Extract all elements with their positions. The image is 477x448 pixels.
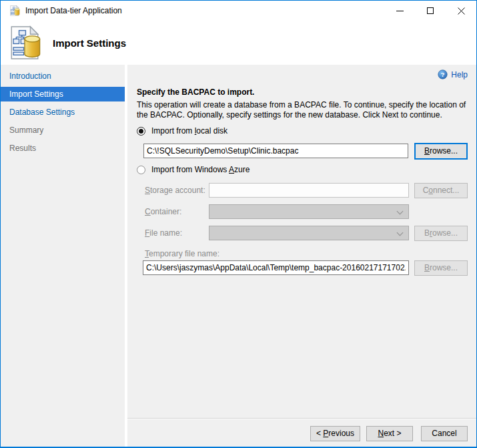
azure-radio[interactable] <box>137 166 145 174</box>
maximize-button[interactable] <box>415 1 446 21</box>
file-name-label: File name: <box>145 228 182 238</box>
storage-account-label: Storage account: <box>145 186 205 195</box>
local-disk-radio[interactable] <box>137 127 145 136</box>
import-settings-panel: ? Help Specify the BACPAC to import. Thi… <box>127 65 476 447</box>
window-controls <box>384 1 476 21</box>
help-link[interactable]: ? Help <box>438 69 468 79</box>
section-description: This operation will create a database fr… <box>137 100 476 120</box>
file-name-dropdown <box>209 226 409 240</box>
browse-local-button[interactable]: Browse... <box>414 143 468 160</box>
azure-radio-label: Import from Windows Azure <box>151 165 250 174</box>
sidebar-item-label: Import Settings <box>9 89 63 99</box>
sidebar-item-results: Results <box>1 141 125 156</box>
app-icon <box>9 5 20 16</box>
temp-file-name-label: Temporary file name: <box>145 249 219 258</box>
maximize-icon <box>427 7 434 14</box>
storage-account-input <box>209 183 409 198</box>
wizard-body: Introduction Import Settings Database Se… <box>1 65 476 447</box>
bacpac-path-input[interactable] <box>143 144 408 158</box>
section-heading: Specify the BACPAC to import. <box>137 87 254 97</box>
cancel-button[interactable]: Cancel <box>421 426 468 441</box>
dropdown-chevron-icon <box>397 208 404 215</box>
browse-file-button: Browse... <box>414 226 468 241</box>
close-icon <box>458 7 465 15</box>
svg-text:?: ? <box>441 71 445 78</box>
next-button[interactable]: Next > <box>366 426 413 441</box>
help-icon: ? <box>438 69 448 79</box>
close-button[interactable] <box>446 1 476 21</box>
import-data-tier-application-window: Import Data-tier Application <box>0 0 477 448</box>
sidebar-item-label: Summary <box>9 126 43 135</box>
browse-temp-button: Browse... <box>414 260 468 276</box>
minimize-icon <box>396 11 404 11</box>
wizard-steps-sidebar: Introduction Import Settings Database Se… <box>1 65 125 447</box>
container-dropdown <box>209 204 409 219</box>
minimize-button[interactable] <box>384 1 415 21</box>
connect-button: Connect... <box>414 183 468 198</box>
previous-button[interactable]: < Previous <box>310 426 360 441</box>
sidebar-item-summary: Summary <box>1 123 125 138</box>
sidebar-item-label: Introduction <box>9 71 51 81</box>
temp-file-name-input[interactable] <box>143 260 409 275</box>
azure-radio-row: Import from Windows Azure <box>137 165 250 174</box>
window-title: Import Data-tier Application <box>25 1 122 21</box>
container-label: Container: <box>145 207 181 216</box>
help-label: Help <box>451 70 468 79</box>
wizard-header: Import Settings <box>1 21 476 65</box>
sidebar-item-import-settings[interactable]: Import Settings <box>1 87 125 101</box>
local-disk-radio-label: Import from local disk <box>151 126 227 136</box>
footer-separator <box>127 418 476 419</box>
dropdown-chevron-icon <box>397 230 404 236</box>
sidebar-item-database-settings[interactable]: Database Settings <box>1 105 125 120</box>
sidebar-item-label: Results <box>9 144 36 153</box>
sidebar-item-label: Database Settings <box>9 107 75 117</box>
page-title: Import Settings <box>53 37 126 49</box>
local-disk-radio-row: Import from local disk <box>137 126 227 136</box>
header-icon <box>9 25 41 60</box>
sidebar-item-introduction[interactable]: Introduction <box>1 69 125 83</box>
titlebar: Import Data-tier Application <box>1 1 476 21</box>
